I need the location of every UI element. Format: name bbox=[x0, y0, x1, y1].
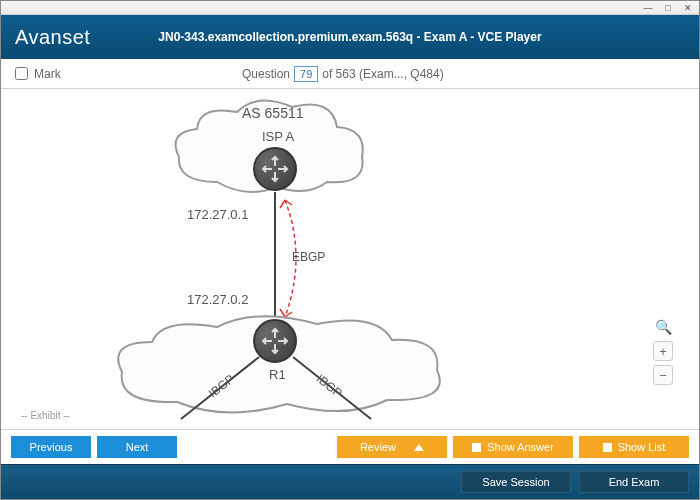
content-area: AS 65511 ISP A 172.27.0.1 EB bbox=[1, 89, 699, 429]
triangle-up-icon bbox=[414, 444, 424, 451]
maximize-icon[interactable]: □ bbox=[661, 3, 675, 13]
mark-label: Mark bbox=[34, 67, 61, 81]
question-indicator: Question 79 of 563 (Exam..., Q484) bbox=[61, 66, 625, 82]
ip-bottom-label: 172.27.0.2 bbox=[187, 292, 248, 307]
zoom-out-button[interactable]: − bbox=[653, 365, 673, 385]
os-titlebar: — □ ✕ bbox=[1, 1, 699, 15]
previous-button[interactable]: Previous bbox=[11, 436, 91, 458]
app-logo: Avanset bbox=[15, 26, 90, 49]
mark-checkbox[interactable] bbox=[15, 67, 28, 80]
question-word: Question bbox=[242, 67, 290, 81]
exhibit-tag: -- Exhibit -- bbox=[21, 410, 70, 421]
isp-label: ISP A bbox=[262, 129, 294, 144]
close-icon[interactable]: ✕ bbox=[681, 3, 695, 13]
router-isp-icon bbox=[253, 147, 297, 191]
mark-checkbox-wrap[interactable]: Mark bbox=[15, 67, 61, 81]
app-header: Avanset JN0-343.examcollection.premium.e… bbox=[1, 15, 699, 59]
end-exam-button[interactable]: End Exam bbox=[579, 471, 689, 493]
ebgp-label: EBGP bbox=[292, 250, 325, 264]
next-button[interactable]: Next bbox=[97, 436, 177, 458]
stop-icon bbox=[472, 443, 481, 452]
magnifier-icon[interactable]: 🔍 bbox=[653, 317, 673, 337]
r1-label: R1 bbox=[269, 367, 286, 382]
link-ebgp bbox=[274, 192, 276, 320]
zoom-controls: 🔍 + − bbox=[653, 317, 673, 385]
question-total: of 563 (Exam..., Q484) bbox=[322, 67, 443, 81]
as-label: AS 65511 bbox=[242, 105, 304, 121]
window-title: JN0-343.examcollection.premium.exam.563q… bbox=[1, 30, 699, 44]
zoom-in-button[interactable]: + bbox=[653, 341, 673, 361]
show-answer-button[interactable]: Show Answer bbox=[453, 436, 573, 458]
show-list-button[interactable]: Show List bbox=[579, 436, 689, 458]
ip-top-label: 172.27.0.1 bbox=[187, 207, 248, 222]
question-number[interactable]: 79 bbox=[294, 66, 318, 82]
session-button-bar: Save Session End Exam bbox=[1, 464, 699, 499]
question-bar: Mark Question 79 of 563 (Exam..., Q484) bbox=[1, 59, 699, 89]
stop-icon bbox=[603, 443, 612, 452]
app-window: — □ ✕ Avanset JN0-343.examcollection.pre… bbox=[0, 0, 700, 500]
exhibit-area: AS 65511 ISP A 172.27.0.1 EB bbox=[17, 97, 683, 425]
network-diagram: AS 65511 ISP A 172.27.0.1 EB bbox=[77, 97, 477, 417]
review-button[interactable]: Review bbox=[337, 436, 447, 458]
logo-text: Avanset bbox=[15, 26, 90, 49]
save-session-button[interactable]: Save Session bbox=[461, 471, 571, 493]
minimize-icon[interactable]: — bbox=[641, 3, 655, 13]
nav-button-bar: Previous Next Review Show Answer Show Li… bbox=[1, 429, 699, 464]
